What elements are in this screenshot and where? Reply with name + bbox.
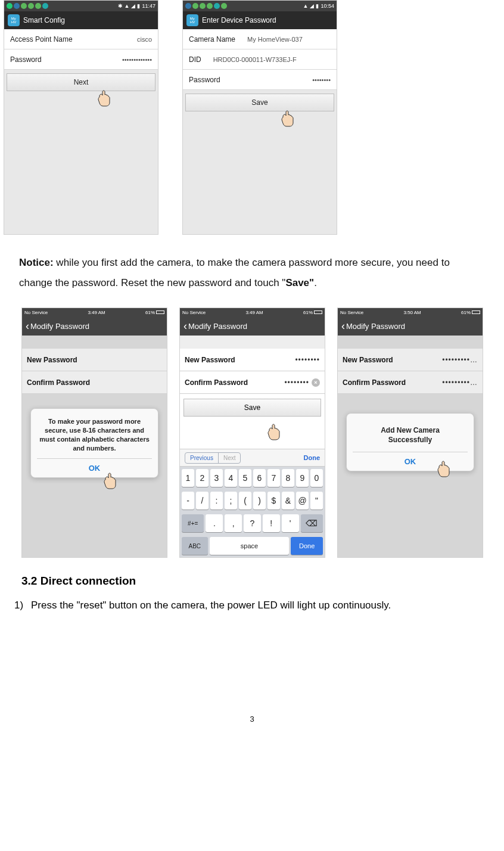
ios-status-bar: No Service 3:50 AM 61%: [338, 308, 483, 316]
key[interactable]: @: [296, 492, 309, 510]
touch-hand-icon: [94, 85, 117, 109]
key[interactable]: ?: [244, 514, 261, 532]
confirm-password-label: Confirm Password: [185, 378, 248, 387]
save-button-label: Save: [244, 403, 260, 412]
nav-title: Modify Password: [346, 322, 405, 331]
android-status-bar: ✱ ▲ ◢ ▮ 11:47: [4, 1, 158, 11]
new-password-row[interactable]: New Password ••••••••: [180, 349, 325, 371]
space-key[interactable]: space: [210, 537, 290, 555]
screen-title-bar: MyHV Smart Config: [4, 11, 158, 29]
mode-key[interactable]: #+=: [182, 514, 204, 532]
signal-icon: ◢: [310, 3, 314, 9]
done-key[interactable]: Done: [291, 537, 323, 555]
android-status-bar: ▲ ◢ ▮ 10:54: [183, 1, 337, 11]
camera-name-value[interactable]: My HomeView-037: [235, 36, 331, 43]
clear-icon[interactable]: ×: [312, 378, 320, 387]
key[interactable]: 3: [210, 469, 223, 487]
confirm-password-row[interactable]: Confirm Password: [22, 371, 167, 394]
key[interactable]: ): [253, 492, 266, 510]
key[interactable]: -: [182, 492, 194, 510]
notice-bold: Notice:: [19, 257, 54, 268]
confirm-password-row[interactable]: Confirm Password •••••••• ×: [180, 371, 325, 394]
key[interactable]: .: [206, 514, 223, 532]
back-icon[interactable]: ‹: [341, 320, 345, 333]
carrier-text: No Service: [24, 310, 48, 315]
camera-name-row: Camera Name My HomeView-037: [183, 29, 337, 49]
key[interactable]: 7: [267, 469, 280, 487]
nav-bar: ‹ Modify Password: [22, 316, 167, 336]
save-button[interactable]: Save: [183, 399, 321, 417]
confirm-password-value: ••••••••: [248, 378, 309, 387]
backspace-key[interactable]: ⌫: [301, 514, 323, 532]
key[interactable]: 4: [225, 469, 237, 487]
screenshot-enter-password: ▲ ◢ ▮ 10:54 MyHV Enter Device Password C…: [182, 0, 337, 235]
battery-area: 61%: [303, 310, 322, 315]
touch-hand-icon: [263, 419, 287, 443]
key[interactable]: ": [310, 492, 323, 510]
apn-value[interactable]: cisco: [73, 36, 152, 43]
screenshot-modify-pw-entry: No Service 3:49 AM 61% ‹ Modify Password…: [179, 308, 325, 558]
password-row: Password •••••••••••••: [4, 49, 158, 70]
kb-row-3: #+= . , ? ! ' ⌫: [180, 512, 325, 535]
ios-status-bar: No Service 3:49 AM 61%: [22, 308, 167, 316]
notification-icon: [185, 3, 191, 9]
key[interactable]: ;: [225, 492, 237, 510]
key[interactable]: (: [239, 492, 251, 510]
next-button[interactable]: Next: [219, 453, 241, 463]
password-value[interactable]: ••••••••: [220, 76, 331, 83]
notification-icon: [214, 3, 220, 9]
abc-key[interactable]: ABC: [182, 537, 208, 555]
bluetooth-icon: ✱: [118, 3, 123, 9]
key[interactable]: 9: [296, 469, 309, 487]
notice-paragraph: Notice: while you first add the camera, …: [0, 235, 504, 293]
wifi-icon: ▲: [125, 3, 130, 9]
battery-icon: ▮: [316, 3, 319, 9]
confirm-password-value: •••••••••…: [406, 378, 478, 387]
new-password-label: New Password: [27, 356, 77, 364]
key[interactable]: 0: [310, 469, 323, 487]
key[interactable]: ,: [225, 514, 242, 532]
key[interactable]: ': [282, 514, 299, 532]
ok-button[interactable]: OK: [37, 458, 152, 477]
keyboard: Previous Next Done 1 2 3 4 5 6 7 8 9 0: [180, 449, 325, 557]
new-password-row[interactable]: New Password •••••••••…: [338, 349, 483, 371]
key[interactable]: /: [196, 492, 209, 510]
notification-icon: [200, 3, 206, 9]
key[interactable]: 5: [239, 469, 251, 487]
new-password-value: ••••••••: [235, 356, 320, 364]
confirm-password-label: Confirm Password: [343, 378, 406, 387]
key[interactable]: 2: [196, 469, 209, 487]
step-text: Press the "reset" button on the camera, …: [31, 597, 391, 613]
key[interactable]: :: [210, 492, 223, 510]
key[interactable]: !: [263, 514, 280, 532]
battery-pct: 61%: [303, 310, 313, 315]
new-password-row[interactable]: New Password: [22, 349, 167, 371]
ok-button-label: OK: [405, 457, 416, 466]
screenshot-row-2: No Service 3:49 AM 61% ‹ Modify Password…: [0, 308, 504, 558]
new-password-label: New Password: [185, 356, 235, 364]
back-icon[interactable]: ‹: [183, 320, 187, 333]
done-button[interactable]: Done: [304, 454, 321, 461]
prev-button[interactable]: Previous: [185, 453, 219, 463]
key[interactable]: &: [282, 492, 294, 510]
password-value[interactable]: •••••••••••••: [42, 56, 152, 63]
battery-pct: 61%: [145, 310, 155, 315]
next-button[interactable]: Next: [7, 73, 155, 91]
battery-icon: [156, 310, 164, 314]
app-icon: MyHV: [8, 14, 20, 26]
clock-text: 11:47: [142, 3, 155, 9]
key[interactable]: 8: [282, 469, 294, 487]
key[interactable]: 1: [182, 469, 194, 487]
battery-icon: ▮: [137, 3, 140, 9]
next-button-label: Next: [74, 78, 89, 86]
key[interactable]: 6: [253, 469, 266, 487]
back-icon[interactable]: ‹: [26, 320, 29, 333]
password-label: Password: [10, 55, 42, 64]
key[interactable]: $: [267, 492, 280, 510]
kb-row-4: ABC space Done: [180, 535, 325, 557]
save-button[interactable]: Save: [185, 94, 334, 111]
battery-area: 61%: [461, 310, 480, 315]
confirm-password-row[interactable]: Confirm Password •••••••••…: [338, 371, 483, 394]
screen-title-bar: MyHV Enter Device Password: [183, 11, 337, 29]
new-password-label: New Password: [343, 356, 393, 364]
